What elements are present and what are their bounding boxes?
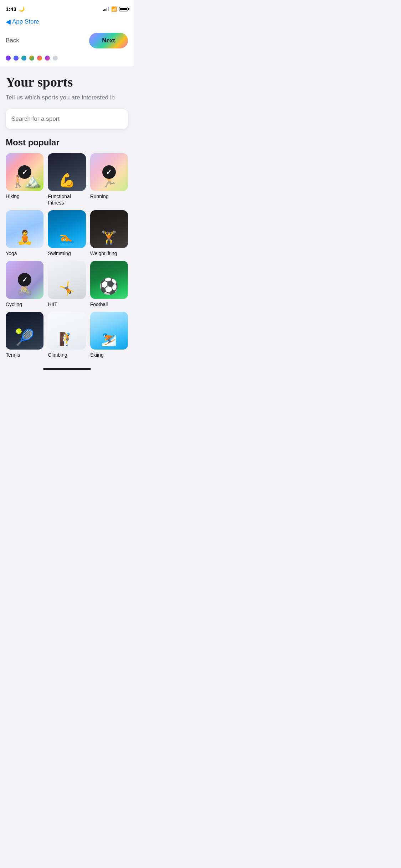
app-store-back-arrow: ◀ xyxy=(6,18,11,26)
signal-icon xyxy=(103,7,109,11)
sport-card-cycling[interactable]: Cycling xyxy=(6,261,43,307)
next-button[interactable]: Next xyxy=(89,33,128,48)
progress-dot-4 xyxy=(29,56,34,61)
app-store-label: App Store xyxy=(12,18,39,25)
main-content: Your sports Tell us which sports you are… xyxy=(0,66,134,365)
status-left: 1:43 🌙 xyxy=(6,6,25,12)
search-input[interactable] xyxy=(11,115,122,123)
sport-name-skiing: Skiing xyxy=(90,352,104,358)
sport-name-hiking: Hiking xyxy=(6,193,20,199)
search-container[interactable] xyxy=(6,109,128,129)
status-time: 1:43 xyxy=(6,6,16,12)
progress-dot-3 xyxy=(21,56,26,61)
sport-name-cycling: Cycling xyxy=(6,301,22,307)
page-subtitle: Tell us which sports you are interested … xyxy=(6,93,128,102)
sport-name-swimming: Swimming xyxy=(48,250,71,256)
home-indicator xyxy=(0,365,134,371)
progress-dot-7 xyxy=(53,56,58,61)
sport-card-weightlifting[interactable]: Weightlifting xyxy=(90,210,128,257)
progress-dots xyxy=(0,54,134,66)
wifi-icon: 📶 xyxy=(111,6,117,12)
sport-card-running[interactable]: Running xyxy=(90,153,128,206)
sport-name-hiit: HIIT xyxy=(48,301,57,307)
progress-dot-2 xyxy=(14,56,19,61)
app-store-nav: ◀ App Store xyxy=(0,16,134,30)
status-right: 📶 xyxy=(103,6,128,12)
progress-dot-6 xyxy=(45,56,50,61)
sport-card-tennis[interactable]: Tennis xyxy=(6,312,43,358)
sport-card-functional-fitness[interactable]: Functional Fitness xyxy=(48,153,86,206)
sport-name-functional-fitness: Functional Fitness xyxy=(48,193,71,206)
page-title: Your sports xyxy=(6,75,128,90)
sport-name-yoga: Yoga xyxy=(6,250,17,256)
status-bar: 1:43 🌙 📶 xyxy=(0,0,134,16)
progress-dot-1 xyxy=(6,56,11,61)
sport-card-skiing[interactable]: Skiing xyxy=(90,312,128,358)
sport-name-climbing: Climbing xyxy=(48,352,67,358)
sport-name-weightlifting: Weightlifting xyxy=(90,250,117,256)
sport-card-hiit[interactable]: HIIT xyxy=(48,261,86,307)
sport-card-football[interactable]: Football xyxy=(90,261,128,307)
nav-bar: Back Next xyxy=(0,30,134,54)
sport-card-hiking[interactable]: Hiking xyxy=(6,153,43,206)
sports-grid: HikingFunctional FitnessRunningYogaSwimm… xyxy=(6,153,128,365)
sport-card-climbing[interactable]: Climbing xyxy=(48,312,86,358)
moon-icon: 🌙 xyxy=(19,6,25,12)
home-bar xyxy=(43,368,91,370)
back-button[interactable]: Back xyxy=(6,37,19,44)
battery-icon xyxy=(119,7,128,11)
section-title: Most popular xyxy=(6,138,128,148)
sport-card-yoga[interactable]: Yoga xyxy=(6,210,43,257)
progress-dot-5 xyxy=(37,56,42,61)
sport-name-running: Running xyxy=(90,193,109,199)
sport-name-football: Football xyxy=(90,301,108,307)
sport-card-swimming[interactable]: Swimming xyxy=(48,210,86,257)
sport-name-tennis: Tennis xyxy=(6,352,20,358)
